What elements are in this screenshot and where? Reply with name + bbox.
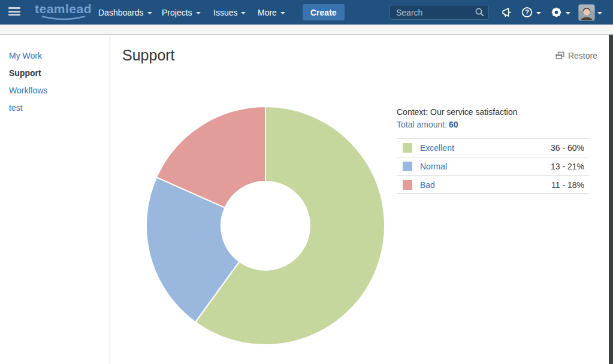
user-avatar [579,5,594,20]
nav-item-label: More [258,8,277,17]
chevron-down-icon [241,12,246,14]
chevron-down-icon [597,12,602,14]
legend-row: Bad 11 - 18% [397,175,589,194]
legend-row: Excellent 36 - 60% [397,138,589,157]
legend-value-normal: 13 - 21% [551,162,589,171]
chart-context-label: Context: Our service satisfaction [397,107,589,117]
logo-swoosh [40,16,87,21]
chevron-down-icon [196,12,201,14]
chevron-down-icon [147,12,152,14]
restore-label: Restore [568,51,597,60]
legend-table: Excellent 36 - 60% Normal 13 - 21% Bad 1… [397,138,589,194]
nav-item-dashboards[interactable]: Dashboards [98,0,152,25]
sidebar-item-my-work[interactable]: My Work [9,51,110,60]
legend-label-excellent[interactable]: Excellent [420,143,454,153]
hamburger-menu-icon[interactable] [8,7,20,17]
create-button[interactable]: Create [303,4,345,20]
chevron-down-icon [280,12,285,14]
top-navigation-bar: teamlead Dashboards Projects Issues More… [0,0,613,25]
chart-legend: Context: Our service satisfaction Total … [397,107,589,194]
sidebar-item-support[interactable]: Support [9,69,110,77]
svg-text:?: ? [525,8,529,16]
help-button[interactable]: ? [521,0,541,25]
app-logo-text: teamlead [35,2,92,16]
nav-item-label: Dashboards [98,8,144,17]
vertical-scrollbar[interactable] [609,35,613,364]
nav-item-projects[interactable]: Projects [162,0,201,25]
gear-icon [550,6,563,19]
donut-chart [143,103,388,348]
search-box [389,5,489,20]
settings-button[interactable] [550,0,570,25]
legend-swatch-bad [403,180,412,190]
dashboard-sidebar: My Work Support Workflows test [0,35,110,364]
sidebar-item-workflows[interactable]: Workflows [9,86,110,95]
legend-value-excellent: 36 - 60% [551,143,589,153]
app-logo[interactable]: teamlead [35,2,92,21]
legend-value-bad: 11 - 18% [551,180,589,190]
chart-total-value: 60 [449,120,458,129]
nav-item-label: Projects [162,8,192,17]
nav-item-more[interactable]: More [258,0,285,25]
legend-swatch-normal [403,162,412,171]
legend-label-bad[interactable]: Bad [420,180,435,190]
chart-total-line: Total amount:60 [397,120,589,130]
search-icon[interactable] [475,7,485,17]
megaphone-icon [500,6,513,19]
restore-button[interactable]: Restore [555,51,597,60]
profile-button[interactable] [579,0,602,25]
chart-total-label: Total amount: [397,120,447,129]
nav-item-issues[interactable]: Issues [213,0,246,25]
chevron-down-icon [536,12,541,14]
page-title: Support [122,47,175,63]
legend-row: Normal 13 - 21% [397,157,589,175]
restore-icon [555,51,564,60]
sidebar-item-test[interactable]: test [9,104,110,112]
breadcrumb-band [0,25,613,35]
legend-label-normal[interactable]: Normal [420,162,447,171]
nav-item-label: Issues [213,8,237,17]
chevron-down-icon [566,12,570,14]
legend-swatch-excellent [403,143,412,153]
feedback-button[interactable] [500,0,513,25]
help-icon: ? [521,6,533,19]
